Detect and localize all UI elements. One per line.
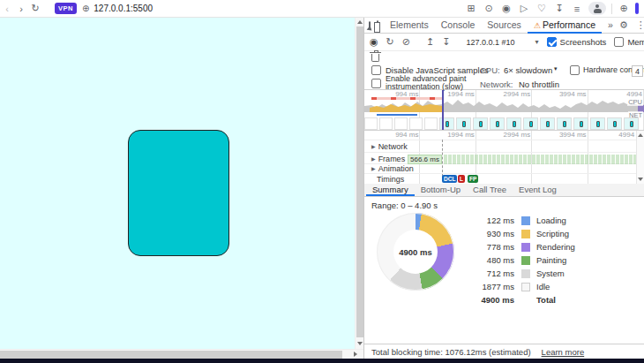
timing-badge-l[interactable]: L (458, 175, 465, 183)
page-horizontal-scrollbar[interactable] (0, 349, 363, 359)
record-profile-icon[interactable]: ◉ (370, 36, 378, 48)
page-vertical-scrollbar[interactable] (355, 18, 363, 349)
filmstrip-thumbnail[interactable] (490, 117, 505, 130)
cpu-throttle-select[interactable]: 6× slowdown (504, 65, 552, 75)
thumbnail-rect (613, 121, 617, 127)
page-rect (128, 130, 229, 256)
more-tabs-icon[interactable]: » (602, 18, 619, 34)
window-bottom-edge (0, 359, 644, 363)
disable-js-checkbox[interactable] (371, 65, 381, 75)
legend-row: 930 msScripting (468, 227, 575, 240)
ruler-tick-label: 994 ms (395, 131, 418, 139)
forward-icon[interactable]: › (14, 4, 28, 14)
hardware-concurrency-checkbox[interactable] (570, 65, 580, 75)
track-network[interactable]: ▶Network (371, 142, 408, 151)
trash-icon[interactable] (371, 54, 379, 62)
clear-icon[interactable]: ⊘ (402, 36, 410, 48)
filmstrip-thumbnail-blank[interactable] (424, 117, 438, 130)
extensions-icon[interactable]: ⊕ (618, 3, 630, 14)
share-icon[interactable]: ⊞ (465, 3, 477, 14)
camera-icon[interactable]: ⊙ (483, 3, 495, 14)
tab-performance[interactable]: ⚠Performance (528, 18, 602, 34)
timeline-overview[interactable]: 994 ms1994 ms2994 ms3994 ms4994 CPU NET (364, 90, 644, 131)
legend-total-row: 4900 msTotal (468, 293, 575, 306)
thumbnail-rect (513, 121, 516, 127)
vertical-scroll-thumb[interactable] (356, 26, 363, 337)
tab-sources[interactable]: Sources (481, 18, 528, 34)
tab-call-tree[interactable]: Call Tree (467, 184, 513, 196)
timing-badge-dcl[interactable]: DCL (442, 175, 457, 183)
tab-console[interactable]: Console (435, 18, 482, 34)
filmstrip-thumbnail-blank[interactable] (394, 117, 408, 130)
tab-event-log[interactable]: Event Log (513, 184, 563, 196)
learn-more-link[interactable]: Learn more (542, 347, 585, 357)
heart-icon[interactable]: ♡ (535, 3, 548, 14)
tab-elements[interactable]: Elements (384, 18, 435, 34)
filmstrip-thumbnail-blank[interactable] (379, 117, 393, 130)
filmstrip-thumbnail[interactable] (573, 117, 588, 130)
filmstrip-thumbnail[interactable] (590, 117, 605, 130)
download-icon[interactable]: ↧ (553, 3, 565, 14)
filmstrip-thumbnail-blank[interactable] (364, 117, 378, 130)
tab-summary[interactable]: Summary (366, 184, 415, 196)
track-frames[interactable]: ▶Frames (371, 155, 405, 163)
legend-swatch (521, 283, 530, 291)
filmstrip-thumbnail[interactable] (473, 117, 488, 130)
thumbnail-rect (462, 121, 466, 127)
hardware-concurrency-input[interactable] (632, 65, 643, 77)
legend-row: 1877 msIdle (468, 280, 575, 293)
network-request-bar (377, 114, 417, 116)
filmstrip-thumbnail[interactable] (607, 117, 622, 130)
kebab-menu-icon[interactable]: ⋮ (636, 19, 644, 31)
save-profile-icon[interactable]: ↧ (442, 36, 450, 48)
profile-avatar[interactable] (588, 2, 606, 15)
filmstrip-thumbnail[interactable] (557, 117, 572, 130)
load-profile-icon[interactable]: ↥ (426, 36, 434, 48)
long-frame-bar[interactable]: 566.6 ms (408, 155, 442, 164)
track-animation[interactable]: ▶Animation (371, 164, 414, 173)
track-timings[interactable]: Timings (377, 175, 404, 184)
filmstrip-thumbnail[interactable] (540, 117, 555, 130)
scroll-up-icon[interactable] (636, 131, 644, 140)
timing-badge-fp[interactable]: FP (468, 175, 478, 183)
record-icon[interactable]: ◉ (500, 3, 513, 14)
screenshots-checkbox[interactable] (547, 37, 557, 47)
network-throttle-select[interactable]: No throttlin (519, 79, 559, 89)
thumbnail-rect (630, 121, 633, 127)
extension-pin-icon[interactable] (635, 3, 639, 14)
advanced-paint-checkbox[interactable] (371, 79, 381, 88)
scroll-down-icon[interactable] (636, 175, 644, 184)
thumbnail-rect (529, 121, 533, 127)
screenshot-filmstrip[interactable] (364, 117, 644, 131)
session-select[interactable]: 127.0.0.1 #10 (466, 38, 514, 47)
settings-gear-icon[interactable]: ⚙ (619, 19, 628, 31)
reload-icon[interactable]: ↻ (28, 3, 42, 14)
inspect-element-icon[interactable] (369, 21, 371, 30)
device-toolbar-icon[interactable] (377, 20, 378, 30)
chevron-down-icon[interactable]: ▾ (554, 65, 558, 72)
scroll-right-icon[interactable] (351, 350, 360, 359)
filmstrip-thumbnail[interactable] (456, 117, 471, 130)
timeline-tracks[interactable]: 994 ms1994 ms2994 ms3994 ms4994 m ▶Netwo… (364, 131, 644, 184)
thumbnail-rect (563, 121, 566, 127)
filmstrip-thumbnail-blank[interactable] (409, 117, 423, 130)
thumbnail-rect (596, 121, 600, 127)
memory-checkbox[interactable] (614, 37, 624, 47)
screenshots-checkbox-group[interactable]: Screenshots (547, 37, 607, 47)
tracks-scrollbar[interactable] (636, 131, 644, 184)
tab-bottom-up[interactable]: Bottom-Up (415, 184, 467, 196)
back-icon[interactable]: ‹ (0, 4, 14, 14)
filmstrip-thumbnail[interactable] (624, 117, 639, 130)
play-icon[interactable]: ▷ (518, 3, 530, 14)
memory-checkbox-group[interactable]: Memory (614, 37, 644, 47)
reload-and-profile-icon[interactable]: ↻ (386, 36, 394, 48)
filmstrip-thumbnail[interactable] (523, 117, 538, 130)
chevron-down-icon[interactable]: ▾ (535, 38, 539, 46)
horizontal-scroll-thumb[interactable] (0, 351, 342, 359)
sliders-icon[interactable]: ≡ (571, 4, 583, 14)
address-bar[interactable]: 127.0.0.1:5500 (94, 4, 153, 13)
ruler-tick-label: 1994 ms (447, 131, 475, 139)
thumbnail-rect (479, 121, 483, 127)
vpn-badge[interactable]: VPN (55, 3, 77, 14)
filmstrip-thumbnail[interactable] (506, 117, 521, 130)
